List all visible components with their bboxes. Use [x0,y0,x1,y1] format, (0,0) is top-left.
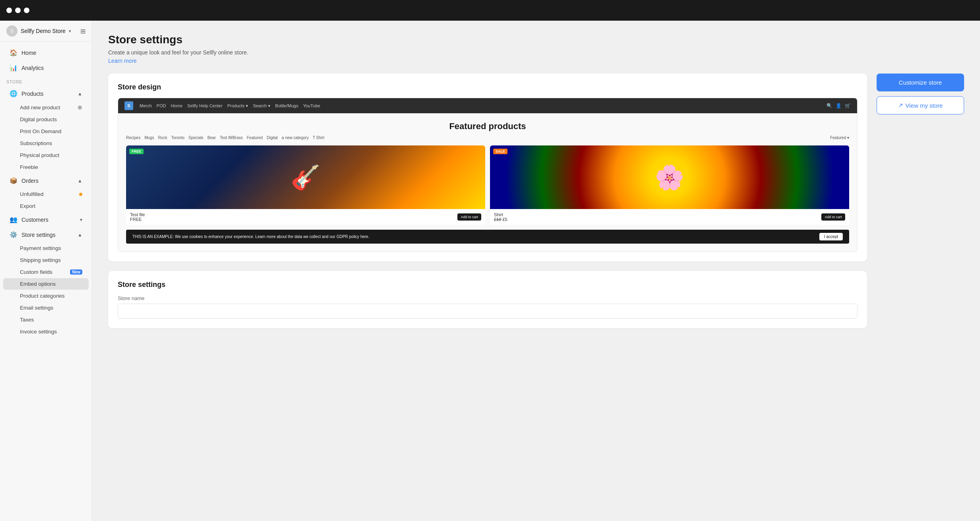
chevron-up-icon: ▲ [78,232,82,238]
cat-specials: Specials [189,136,204,140]
nav-youtube: YouTube [303,103,320,108]
store-design-card: Store design S Merch POD Home Sellfy Hel… [108,74,867,261]
product-categories-label: Product categories [20,293,65,299]
main-content: Store settings Create a unique look and … [92,21,980,521]
nav-search: Search [253,103,270,108]
cat-rock: Rock [158,136,167,140]
sidebar-section-store: Store [0,76,92,86]
customize-store-button[interactable]: Customize store [877,74,964,91]
custom-fields-label: Custom fields [20,269,52,275]
orders-icon: 📦 [10,177,18,184]
nav-home: Home [171,103,182,108]
nav-products: Products [227,103,248,108]
page-subtitle: Create a unique look and feel for your S… [108,49,964,56]
unfulfilled-label: Unfulfilled [20,191,43,197]
chevron-down-icon: ▾ [80,217,82,223]
preview-category-tabs: Recipes Mugs Rock Toronto Specials Bear … [126,136,849,140]
sidebar-item-store-settings[interactable]: ⚙️ Store settings ▲ [3,227,89,242]
sidebar-item-digital-products[interactable]: Digital products [3,114,89,125]
products-icon: 🌐 [10,90,18,97]
view-my-store-button[interactable]: ↗ View my store [877,96,964,114]
invoice-settings-label: Invoice settings [20,329,57,335]
sidebar-item-shipping-settings[interactable]: Shipping settings [3,254,89,266]
sidebar-item-email-settings[interactable]: Email settings [3,302,89,314]
nav-sellfy-help: Sellfy Help Center [187,103,223,108]
new-badge: New [70,269,82,275]
cookie-accept-button[interactable]: I accept [819,233,843,240]
sidebar-item-invoice-settings[interactable]: Invoice settings [3,326,89,337]
sidebar-item-analytics[interactable]: 📊 Analytics [3,60,89,75]
product-name: Test file [130,212,145,217]
learn-more-link[interactable]: Learn more [108,58,137,64]
settings-icon: ⚙️ [10,231,18,238]
user-icon: 👤 [836,103,842,108]
sidebar-item-embed-options[interactable]: Embed options [3,278,89,290]
home-icon: 🏠 [10,49,18,56]
cart-icon: 🛒 [845,103,851,108]
preview-product-shirt: SALE Shirt £10 £5 Add to cart [490,145,849,225]
shipping-settings-label: Shipping settings [20,257,61,263]
titlebar-dot-2 [15,8,21,13]
sidebar-item-export[interactable]: Export [3,200,89,212]
avatar: S [6,25,18,37]
sidebar-item-subscriptions[interactable]: Subscriptions [3,138,89,149]
sidebar-item-custom-fields[interactable]: Custom fields New [3,266,89,278]
external-link-icon: ↗ [898,102,903,109]
cat-featured: Featured [247,136,262,140]
store-settings-sub-items: Payment settings Shipping settings Custo… [0,242,92,337]
sidebar-item-add-new-product[interactable]: Add new product ⊕ [3,101,89,113]
sidebar-item-orders[interactable]: 📦 Orders ▲ [3,173,89,188]
store-preview: S Merch POD Home Sellfy Help Center Prod… [118,98,858,252]
product-name: Shirt [494,212,508,217]
sidebar: S Sellfy Demo Store ▾ ⊞ 🏠 Home 📊 Analyti… [0,21,92,521]
cat-test-imbrass: Test IMBrass [220,136,243,140]
subscriptions-label: Subscriptions [20,140,52,146]
sidebar-item-print-on-demand[interactable]: Print On Demand [3,126,89,137]
sidebar-header: S Sellfy Demo Store ▾ ⊞ [0,21,92,42]
preview-featured-title: Featured products [126,121,849,132]
sidebar-item-taxes[interactable]: Taxes [3,314,89,325]
sidebar-item-payment-settings[interactable]: Payment settings [3,242,89,254]
sidebar-item-home[interactable]: 🏠 Home [3,45,89,60]
unfulfilled-badge-dot [79,193,82,196]
store-name: Sellfy Demo Store [21,28,66,34]
cookie-banner: THIS IS AN EXAMPLE: We use cookies to en… [126,230,849,244]
titlebar [0,0,980,21]
cookie-text: THIS IS AN EXAMPLE: We use cookies to en… [132,234,369,239]
cat-digital: Digital [267,136,278,140]
taxes-label: Taxes [20,317,34,323]
sidebar-item-customers[interactable]: 👥 Customers ▾ [3,212,89,227]
sidebar-item-products[interactable]: 🌐 Products ▲ [3,86,89,101]
add-to-cart-button[interactable]: Add to cart [457,213,481,221]
preview-nav-links: Merch POD Home Sellfy Help Center Produc… [140,103,820,108]
sidebar-item-unfulfilled[interactable]: Unfulfilled [3,188,89,200]
customers-icon: 👥 [10,216,18,223]
store-selector[interactable]: S Sellfy Demo Store ▾ [6,25,71,37]
add-circle-icon: ⊕ [78,104,82,110]
orders-label: Orders [21,178,39,184]
page-title: Store settings [108,33,964,46]
store-name-input[interactable] [118,304,858,319]
store-settings-label: Store settings [21,232,56,238]
chevron-down-icon: ▾ [69,29,71,34]
app-layout: S Sellfy Demo Store ▾ ⊞ 🏠 Home 📊 Analyti… [0,21,980,521]
cat-tshirt: T Shirt [313,136,324,140]
sidebar-item-label: Home [21,50,36,56]
freebie-label: Freebie [20,164,38,170]
add-to-cart-button[interactable]: Add to cart [821,213,845,221]
customers-label: Customers [21,217,49,223]
payment-settings-label: Payment settings [20,245,61,251]
preview-body: Featured products Recipes Mugs Rock Toro… [118,113,857,252]
view-my-store-label: View my store [906,102,943,109]
product-info-shirt: Shirt £10 £5 Add to cart [490,209,849,225]
embed-options-label: Embed options [20,281,56,287]
sidebar-navigation: 🏠 Home 📊 Analytics Store 🌐 Products ▲ [0,42,92,341]
preview-product-test-file: FREE Test file FREE Add to cart [126,145,485,225]
sidebar-item-physical-product[interactable]: Physical product [3,149,89,161]
grid-icon[interactable]: ⊞ [80,27,86,35]
sidebar-item-freebie[interactable]: Freebie [3,161,89,173]
preview-products-grid: FREE Test file FREE Add to cart [126,145,849,225]
sidebar-item-label: Analytics [21,65,44,71]
preview-logo: S [124,101,133,110]
sidebar-item-product-categories[interactable]: Product categories [3,290,89,302]
